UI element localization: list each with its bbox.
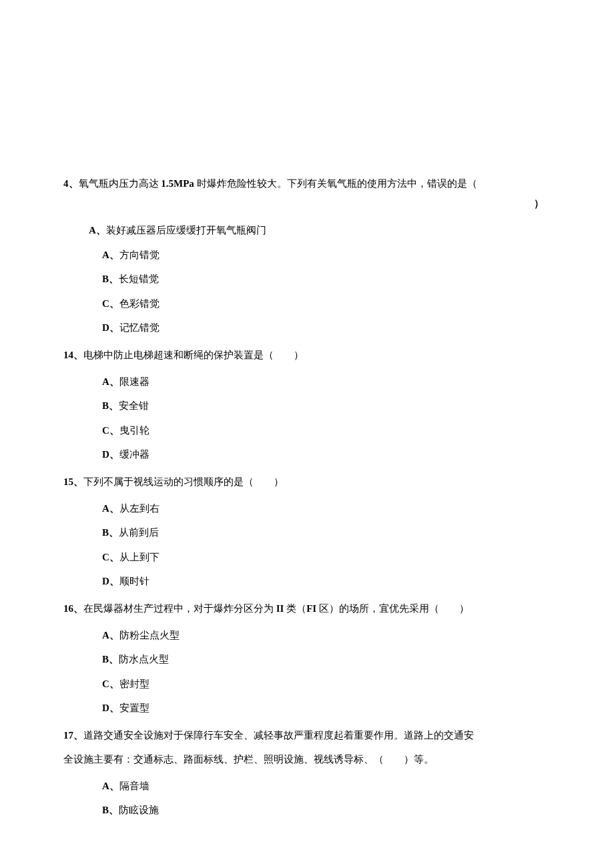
options: A、隔音墙 B、防眩设施 bbox=[63, 779, 551, 818]
option-text: 隔音墙 bbox=[119, 781, 149, 791]
option-text: 限速器 bbox=[119, 376, 149, 387]
stem-text-pre: 氧气瓶内压力高达 bbox=[79, 178, 162, 189]
option-text: 长短错觉 bbox=[119, 274, 159, 284]
option-text: 缓冲器 bbox=[119, 449, 149, 460]
question-stem: 14、电梯中防止电梯超速和断绳的保护装置是（ ） bbox=[63, 345, 551, 365]
stem-post: 区）的场所，宜优先采用（ ） bbox=[316, 603, 469, 614]
options: A、限速器 B、安全钳 C、曳引轮 D、缓冲器 bbox=[63, 374, 551, 462]
option-letter: A、 bbox=[102, 376, 119, 387]
option-text: 防粉尘点火型 bbox=[119, 630, 180, 640]
option-line: D、顺时针 bbox=[102, 574, 551, 589]
stem-pre: 在民爆器材生产过程中，对于爆炸分区分为 bbox=[83, 603, 276, 614]
option-text: 曳引轮 bbox=[119, 425, 149, 436]
option-text: 安全钳 bbox=[119, 400, 149, 411]
stem-text: 下列不属于视线运动的习惯顺序的是（ ） bbox=[83, 476, 284, 487]
option-letter: D、 bbox=[102, 703, 119, 713]
option-letter: D、 bbox=[102, 576, 119, 586]
document-page: 4、氧气瓶内压力高达 1.5MPa 时爆炸危险性较大。下列有关氧气瓶的使用方法中… bbox=[0, 0, 614, 868]
option-letter: B、 bbox=[102, 805, 119, 815]
option-letter: C、 bbox=[102, 552, 119, 562]
stem-line2: 全设施主要有：交通标志、路面标线、护栏、照明设施、视线诱导标、（ ）等。 bbox=[63, 754, 434, 765]
option-line: B、安全钳 bbox=[102, 398, 551, 414]
option-letter: C、 bbox=[102, 679, 119, 689]
option-line: B、防眩设施 bbox=[102, 803, 551, 818]
option-letter: B、 bbox=[102, 654, 119, 665]
stem-line1: 道路交通安全设施对于保障行车安全、减轻事故严重程度起着重要作用。道路上的交通安 bbox=[83, 730, 474, 741]
question-stem-line2: 全设施主要有：交通标志、路面标线、护栏、照明设施、视线诱导标、（ ）等。 bbox=[63, 749, 551, 769]
option-text: 防眩设施 bbox=[119, 805, 159, 815]
option-letter: C、 bbox=[102, 425, 119, 436]
question-14: 14、电梯中防止电梯超速和断绳的保护装置是（ ） A、限速器 B、安全钳 C、曳… bbox=[63, 345, 551, 462]
option-line: D、记忆错觉 bbox=[102, 320, 551, 336]
option-line: A、装好减压器后应缓缓打开氧气瓶阀门 bbox=[89, 223, 551, 238]
stem-mpa: 1.5MPa bbox=[161, 178, 194, 189]
stem-mid: 类（ bbox=[284, 603, 306, 614]
option-letter: A、 bbox=[102, 630, 119, 640]
option-text: 从上到下 bbox=[119, 552, 160, 562]
question-stem: 17、道路交通安全设施对于保障行车安全、减轻事故严重程度起着重要作用。道路上的交… bbox=[63, 725, 551, 745]
option-letter: B、 bbox=[102, 400, 119, 411]
question-4: 4、氧气瓶内压力高达 1.5MPa 时爆炸危险性较大。下列有关氧气瓶的使用方法中… bbox=[63, 173, 551, 336]
option-letter: A、 bbox=[102, 503, 119, 514]
question-number: 15、 bbox=[63, 476, 83, 487]
nested-options: A、方向错觉 B、长短错觉 C、色彩错觉 D、记忆错觉 bbox=[63, 248, 551, 336]
stem-fl: FI bbox=[306, 603, 316, 614]
question-number: 16、 bbox=[63, 603, 83, 614]
stem-class: II bbox=[276, 603, 284, 614]
question-number: 17、 bbox=[63, 730, 83, 741]
option-line: D、缓冲器 bbox=[102, 447, 551, 462]
option-letter: A、 bbox=[102, 781, 119, 791]
question-number: 14、 bbox=[63, 350, 83, 360]
option-letter: D、 bbox=[102, 449, 119, 460]
option-text: 从前到后 bbox=[119, 527, 159, 538]
options: A、从左到右 B、从前到后 C、从上到下 D、顺时针 bbox=[63, 501, 551, 589]
option-line: B、从前到后 bbox=[102, 525, 551, 540]
option-line: A、限速器 bbox=[102, 374, 551, 390]
option-line: B、防水点火型 bbox=[102, 652, 551, 667]
options: A、防粉尘点火型 B、防水点火型 C、密封型 D、安置型 bbox=[63, 628, 551, 716]
option-letter: B、 bbox=[102, 274, 119, 284]
option-letter: B、 bbox=[102, 527, 119, 538]
option-letter: A、 bbox=[89, 225, 106, 236]
question-stem: 15、下列不属于视线运动的习惯顺序的是（ ） bbox=[63, 472, 551, 492]
option-line: C、密封型 bbox=[102, 677, 551, 692]
option-line: B、长短错觉 bbox=[102, 272, 551, 287]
option-line: D、安置型 bbox=[102, 701, 551, 716]
option-text: 防水点火型 bbox=[119, 654, 169, 665]
question-15: 15、下列不属于视线运动的习惯顺序的是（ ） A、从左到右 B、从前到后 C、从… bbox=[63, 472, 551, 589]
question-17: 17、道路交通安全设施对于保障行车安全、减轻事故严重程度起着重要作用。道路上的交… bbox=[63, 725, 551, 818]
stem-text-post: 时爆炸危险性较大。下列有关氧气瓶的使用方法中，错误的是（ bbox=[194, 178, 477, 189]
option-line: C、从上到下 bbox=[102, 550, 551, 565]
option-letter: D、 bbox=[102, 322, 119, 333]
option-line: C、曳引轮 bbox=[102, 423, 551, 438]
option-line: A、防粉尘点火型 bbox=[102, 628, 551, 643]
option-text: 安置型 bbox=[119, 703, 149, 713]
option-line: A、隔音墙 bbox=[102, 779, 551, 794]
stem-text: 电梯中防止电梯超速和断绳的保护装置是（ ） bbox=[83, 350, 304, 360]
close-paren: ） bbox=[534, 193, 544, 213]
option-line: A、方向错觉 bbox=[102, 248, 551, 263]
option-text: 色彩错觉 bbox=[119, 298, 160, 309]
option-text: 顺时针 bbox=[119, 576, 149, 586]
question-stem: 4、氧气瓶内压力高达 1.5MPa 时爆炸危险性较大。下列有关氧气瓶的使用方法中… bbox=[63, 173, 551, 213]
question-stem: 16、在民爆器材生产过程中，对于爆炸分区分为 II 类（FI 区）的场所，宜优先… bbox=[63, 598, 551, 618]
question-number: 4、 bbox=[63, 178, 79, 189]
option-letter: A、 bbox=[102, 250, 119, 260]
option-text: 装好减压器后应缓缓打开氧气瓶阀门 bbox=[106, 225, 266, 236]
option-text: 密封型 bbox=[119, 679, 149, 689]
option-letter: C、 bbox=[102, 298, 119, 309]
option-line: A、从左到右 bbox=[102, 501, 551, 516]
question-16: 16、在民爆器材生产过程中，对于爆炸分区分为 II 类（FI 区）的场所，宜优先… bbox=[63, 598, 551, 716]
option-A-wrap: A、装好减压器后应缓缓打开氧气瓶阀门 bbox=[63, 223, 551, 238]
option-text: 记忆错觉 bbox=[119, 322, 160, 333]
option-text: 从左到右 bbox=[119, 503, 160, 514]
option-line: C、色彩错觉 bbox=[102, 296, 551, 312]
option-text: 方向错觉 bbox=[119, 250, 160, 260]
